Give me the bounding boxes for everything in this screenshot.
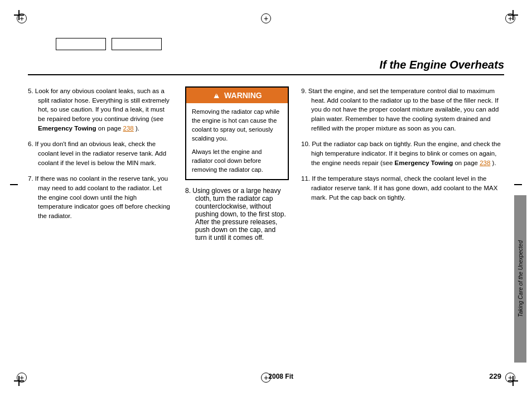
content-area: 5. Look for any obvious coolant leaks, s… [28, 86, 504, 363]
warning-line1: Removing the radiator cap while the engi… [192, 108, 282, 143]
warning-triangle-icon: ▲ ! [212, 90, 221, 100]
item8-number: 8. [185, 187, 191, 195]
list-item-5: 5. Look for any obvious coolant leaks, s… [28, 86, 170, 133]
list-item-8: 8. Using gloves or a large heavy cloth, … [185, 187, 289, 242]
item6-number: 6. [28, 141, 33, 147]
item11-text: If the temperature stays normal, check t… [311, 175, 497, 200]
sidebar-label: Taking Care of the Unexpected [514, 195, 526, 363]
side-mark-left-middle [10, 184, 18, 185]
reg-mark-top-left [17, 13, 27, 23]
item6-text: If you don't find an obvious leak, check… [35, 141, 166, 166]
item11-number: 11. [301, 175, 310, 182]
page-title: If the Engine Overheats [380, 59, 504, 71]
tab-box-1[interactable] [56, 38, 106, 50]
reg-mark-top-center [261, 13, 271, 23]
list-item-7: 7. If there was no coolant in the reserv… [28, 174, 170, 220]
item9-text: Start the engine, and set the temperatur… [308, 88, 499, 132]
footer-page-number: 229 [489, 372, 501, 380]
item5-text1: Look for any obvious coolant leaks, such… [35, 88, 170, 122]
item10-bold: Emergency Towing [395, 160, 453, 166]
right-column: 9. Start the engine, and set the tempera… [296, 86, 504, 363]
warning-body: Removing the radiator cap while the engi… [186, 103, 288, 179]
item7-text: If there was no coolant in the reserve t… [35, 175, 170, 219]
warning-line2: Always let the engine and radiator cool … [192, 148, 282, 175]
item5-link[interactable]: 238 [123, 125, 134, 132]
tab-boxes [56, 38, 162, 50]
item10-link[interactable]: 238 [480, 160, 490, 166]
list-item-10: 10. Put the radiator cap back on tightly… [301, 139, 504, 167]
reg-mark-bottom-left [17, 373, 27, 383]
item10-text2: on page [453, 160, 480, 166]
tab-box-2[interactable] [112, 38, 162, 50]
warning-box: ▲ ! WARNING Removing the radiator cap wh… [185, 86, 289, 180]
item10-number: 10. [301, 141, 310, 147]
item10-text3: ). [490, 160, 496, 166]
item8-text: Using gloves or a large heavy cloth, tur… [192, 187, 286, 242]
reg-mark-top-right [505, 13, 515, 23]
middle-column: ▲ ! WARNING Removing the radiator cap wh… [178, 86, 296, 363]
item5-number: 5. [28, 88, 33, 94]
item7-number: 7. [28, 175, 33, 182]
side-mark-right-middle [514, 184, 522, 185]
reg-mark-bottom-right [505, 373, 515, 383]
item5-text2: on page [96, 125, 123, 132]
item5-bold: Emergency Towing [38, 125, 96, 132]
footer: 2008 Fit 229 [28, 372, 501, 380]
page-title-section: If the Engine Overheats [28, 59, 504, 75]
warning-title: WARNING [224, 91, 262, 100]
left-column: 5. Look for any obvious coolant leaks, s… [28, 86, 178, 363]
footer-center: 2008 Fit [268, 373, 293, 380]
list-item-6: 6. If you don't find an obvious leak, ch… [28, 139, 170, 167]
sidebar-text: Taking Care of the Unexpected [518, 240, 524, 317]
item9-number: 9. [301, 88, 307, 94]
item5-text3: ). [134, 125, 139, 132]
warning-header: ▲ ! WARNING [186, 88, 288, 103]
list-item-9: 9. Start the engine, and set the tempera… [301, 86, 504, 133]
list-item-11: 11. If the temperature stays normal, che… [301, 174, 504, 202]
